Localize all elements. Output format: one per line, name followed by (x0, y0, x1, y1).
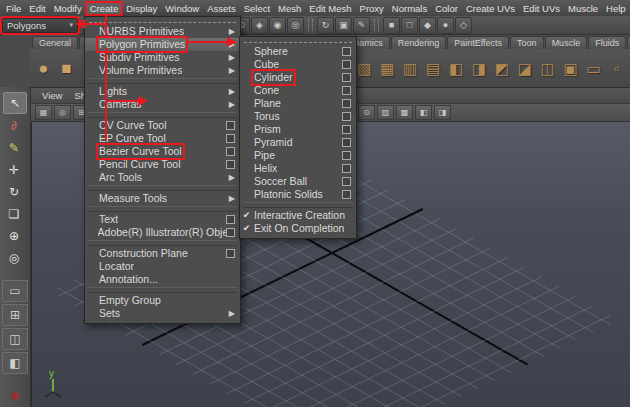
poly-sphere-icon[interactable]: ● (33, 53, 54, 83)
four-pane-layout-button[interactable]: ⊞ (2, 304, 28, 326)
menu-item-pencil-curve-tool[interactable]: ✔ Pencil Curve Tool ▶ (85, 158, 240, 171)
menu-help[interactable]: Help (602, 2, 630, 15)
menu-separator[interactable]: ✔ ▶ (88, 240, 237, 246)
menu-item-construction-plane[interactable]: ✔ Construction Plane ▶ (85, 247, 240, 260)
menu-mesh[interactable]: Mesh (274, 2, 305, 15)
extract-icon[interactable]: ▧ (354, 53, 375, 83)
option-box-icon[interactable] (226, 228, 235, 237)
single-pane-layout-button[interactable]: ▭ (2, 280, 28, 302)
crease-icon[interactable]: ▫ (606, 53, 627, 83)
menu-modify[interactable]: Modify (50, 2, 86, 15)
option-box-icon[interactable] (342, 86, 351, 95)
menu-color[interactable]: Color (431, 2, 462, 15)
lasso-select-tool[interactable]: ∂ (3, 116, 25, 136)
menu-item-empty-group[interactable]: ✔ Empty Group ▶ (85, 294, 240, 307)
construction-history-icon[interactable]: ↻ (317, 17, 334, 34)
poly-cube-icon[interactable]: ■ (56, 53, 77, 83)
bridge-icon[interactable]: ◨ (469, 53, 490, 83)
menu-create-uvs[interactable]: Create UVs (462, 2, 519, 15)
ambient-occlusion-icon[interactable]: ▩ (396, 105, 413, 120)
option-box-icon[interactable] (342, 177, 351, 186)
scale-tool[interactable]: ❏ (3, 204, 25, 224)
menu-item-lights[interactable]: ✔ Lights ▶ (85, 85, 240, 98)
menu-display[interactable]: Display (122, 2, 161, 15)
menu-normals[interactable]: Normals (388, 2, 431, 15)
menu-item-sphere[interactable]: ✔ Sphere ▶ (240, 45, 356, 58)
tool-settings-icon[interactable]: ◆ (7, 387, 23, 403)
menu-separator[interactable]: ✔ ▶ (243, 202, 353, 208)
menu-item-measure-tools[interactable]: ✔ Measure Tools ▶ (85, 192, 240, 205)
menu-item-bezier-curve-tool[interactable]: ✔ Bezier Curve Tool ▶ (85, 145, 240, 158)
bevel-icon[interactable]: ▭ (583, 53, 604, 83)
menu-item-text[interactable]: ✔ Text ▶ (85, 213, 240, 226)
tab-general[interactable]: General (32, 36, 78, 49)
option-box-icon[interactable] (226, 147, 235, 156)
render-settings-icon[interactable]: ◆ (419, 17, 436, 34)
menu-muscle[interactable]: Muscle (564, 2, 602, 15)
average-vertices-icon[interactable]: ▤ (423, 53, 444, 83)
option-box-icon[interactable] (342, 60, 351, 69)
select-camera-icon[interactable]: ▦ (35, 105, 52, 120)
extrude-icon[interactable]: ◧ (446, 53, 467, 83)
rotate-tool[interactable]: ↻ (3, 182, 25, 202)
menu-edit-uvs[interactable]: Edit UVs (519, 2, 564, 15)
menu-item-cube[interactable]: ✔ Cube ▶ (240, 58, 356, 71)
menu-item-volume-primitives[interactable]: ✔ Volume Primitives ▶ (85, 64, 240, 77)
motion-blur-icon[interactable]: ◧ (415, 105, 432, 120)
soft-modification-tool[interactable]: ◎ (3, 248, 25, 268)
menu-item-adobe-illustrator-object[interactable]: ✔ Adobe(R) Illustrator(R) Object... ▶ (85, 226, 240, 239)
append-polygon-icon[interactable]: ◩ (491, 53, 512, 83)
menu-edit-mesh[interactable]: Edit Mesh (305, 2, 355, 15)
menu-item-cone[interactable]: ✔ Cone ▶ (240, 84, 356, 97)
menu-item-pipe[interactable]: ✔ Pipe ▶ (240, 149, 356, 162)
multisampling-icon[interactable]: ◨ (434, 105, 451, 120)
make-live-icon[interactable]: ◎ (287, 17, 304, 34)
option-box-icon[interactable] (226, 160, 235, 169)
paint-select-tool[interactable]: ✎ (3, 138, 25, 158)
menu-item-exit-on-completion[interactable]: ✔ Exit On Completion ▶ (240, 222, 356, 235)
smooth-icon[interactable]: ▥ (400, 53, 421, 83)
select-by-hierarchy-icon[interactable]: ▣ (335, 17, 352, 34)
menu-item-helix[interactable]: ✔ Helix ▶ (240, 162, 356, 175)
menu-set-selector[interactable]: Polygons ▾ (2, 18, 78, 33)
paint-effects-icon[interactable]: ● (437, 17, 454, 34)
menu-item-polygon-primitives[interactable]: ✔ Polygon Primitives ▶ (85, 38, 240, 51)
option-box-icon[interactable] (342, 151, 351, 160)
tab-rendering[interactable]: Rendering (391, 36, 447, 49)
option-box-icon[interactable] (342, 138, 351, 147)
split-polygon-icon[interactable]: ◪ (514, 53, 535, 83)
option-box-icon[interactable] (342, 190, 351, 199)
menu-item-ep-curve-tool[interactable]: ✔ EP Curve Tool ▶ (85, 132, 240, 145)
option-box-icon[interactable] (226, 215, 235, 224)
separator[interactable] (374, 19, 379, 31)
booleans-icon[interactable]: ▦ (377, 53, 398, 83)
option-box-icon[interactable] (226, 249, 235, 258)
menu-item-cylinder[interactable]: ✔ Cylinder ▶ (240, 71, 356, 84)
hypershade-icon[interactable]: ◇ (455, 17, 472, 34)
persp-outliner-layout-button[interactable]: ◧ (2, 352, 28, 374)
menu-item-cv-curve-tool[interactable]: ✔ CV Curve Tool ▶ (85, 119, 240, 132)
option-box-icon[interactable] (342, 47, 351, 56)
menu-select[interactable]: Select (240, 2, 274, 15)
menu-create[interactable]: Create (86, 2, 123, 15)
menu-item-soccer-ball[interactable]: ✔ Soccer Ball ▶ (240, 175, 356, 188)
menu-separator[interactable]: ✔ ▶ (88, 185, 237, 191)
menu-item-annotation[interactable]: ✔ Annotation... ▶ (85, 273, 240, 286)
select-by-object-icon[interactable]: ✎ (353, 17, 370, 34)
menu-item-torus[interactable]: ✔ Torus ▶ (240, 110, 356, 123)
menu-separator[interactable]: ✔ ▶ (88, 206, 237, 212)
option-box-icon[interactable] (342, 99, 351, 108)
menu-window[interactable]: Window (161, 2, 203, 15)
tab-toon[interactable]: Toon (510, 36, 544, 49)
option-box-icon[interactable] (342, 73, 351, 82)
menu-file[interactable]: File (2, 2, 25, 15)
menu-separator[interactable]: ✔ ▶ (88, 287, 237, 293)
menu-item-nurbs-primitives[interactable]: ✔ NURBS Primitives ▶ (85, 25, 240, 38)
menu-item-arc-tools[interactable]: ✔ Arc Tools ▶ (85, 171, 240, 184)
snap-to-surfaces-icon[interactable]: ◉ (269, 17, 286, 34)
menu-proxy[interactable]: Proxy (356, 2, 388, 15)
menu-item-subdiv-primitives[interactable]: ✔ Subdiv Primitives ▶ (85, 51, 240, 64)
shadows-icon[interactable]: ▨ (377, 105, 394, 120)
menu-edit[interactable]: Edit (25, 2, 49, 15)
insert-edge-loop-icon[interactable]: ◫ (537, 53, 558, 83)
